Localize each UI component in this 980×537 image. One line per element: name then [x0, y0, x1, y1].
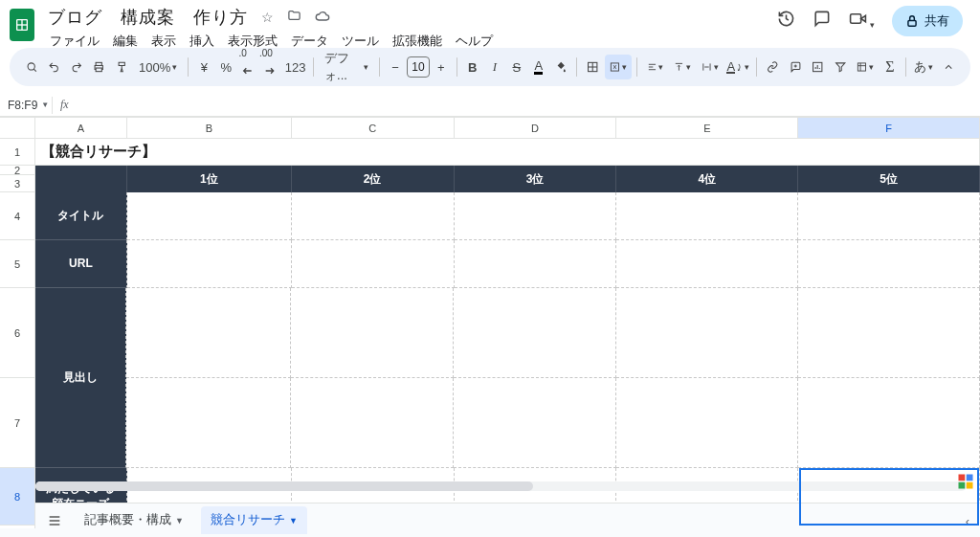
cell[interactable]	[35, 166, 127, 192]
meet-icon[interactable]: ▾	[848, 10, 875, 33]
cell[interactable]	[454, 288, 616, 378]
filter-button[interactable]	[830, 55, 851, 79]
rank-header[interactable]: 5位	[798, 166, 980, 192]
font-size-increase[interactable]: +	[431, 55, 452, 79]
font-family-select[interactable]: デフォ...▾	[319, 55, 374, 79]
menu-tools[interactable]: ツール	[336, 31, 385, 52]
formula-bar[interactable]	[77, 94, 980, 116]
font-size-input[interactable]: 10	[407, 56, 430, 78]
tab-scroll-left-icon[interactable]: ‹	[959, 512, 976, 529]
wrap-button[interactable]: ▾	[697, 55, 724, 79]
font-size-decrease[interactable]: −	[385, 55, 406, 79]
all-sheets-button[interactable]	[42, 508, 67, 533]
fill-color-button[interactable]	[550, 55, 571, 79]
rank-header[interactable]: 4位	[616, 166, 798, 192]
cell[interactable]	[798, 240, 980, 288]
cell[interactable]	[616, 288, 798, 378]
menu-extensions[interactable]: 拡張機能	[387, 31, 448, 52]
history-icon[interactable]	[777, 10, 795, 33]
col-header-F[interactable]: F	[798, 118, 980, 138]
rank-header[interactable]: 1位	[127, 166, 292, 192]
functions-button[interactable]: Σ	[880, 55, 901, 79]
menu-view[interactable]: 表示	[145, 31, 182, 52]
currency-button[interactable]: ¥	[193, 55, 214, 79]
menu-help[interactable]: ヘルプ	[450, 31, 499, 52]
menu-file[interactable]: ファイル	[44, 31, 105, 52]
row-header[interactable]: 1	[0, 139, 34, 166]
cloud-status-icon[interactable]	[311, 7, 334, 29]
row-header[interactable]: 2	[0, 166, 34, 175]
v-align-button[interactable]: ▾	[669, 55, 696, 79]
insert-chart-button[interactable]	[807, 55, 828, 79]
sheets-app-icon[interactable]	[10, 9, 34, 41]
cell[interactable]	[798, 192, 980, 240]
cell[interactable]	[798, 378, 980, 468]
col-header-A[interactable]: A	[35, 118, 127, 138]
row-header[interactable]: 3	[0, 175, 34, 192]
side-label[interactable]: タイトル	[35, 192, 127, 240]
paint-format-icon[interactable]	[111, 55, 132, 79]
section-title-cell[interactable]: 【競合リサーチ】	[35, 139, 980, 166]
row-header[interactable]: 8	[0, 468, 34, 526]
col-header-E[interactable]: E	[616, 118, 798, 138]
print-icon[interactable]	[88, 55, 109, 79]
cell[interactable]	[291, 288, 454, 378]
decrease-decimal-button[interactable]: .0	[237, 55, 258, 79]
cell[interactable]	[616, 240, 798, 288]
number-format-button[interactable]: 123	[282, 55, 308, 79]
filter-views-button[interactable]: ▾	[852, 55, 879, 79]
cell[interactable]	[616, 378, 798, 468]
rotate-button[interactable]: A⤸▾	[724, 55, 751, 79]
col-header-B[interactable]: B	[127, 118, 292, 138]
bold-button[interactable]: B	[462, 55, 483, 79]
sheet-tab-active[interactable]: 競合リサーチ▼	[201, 506, 307, 534]
row-header[interactable]: 5	[0, 240, 34, 288]
cell[interactable]	[616, 192, 798, 240]
menu-edit[interactable]: 編集	[107, 31, 144, 52]
undo-icon[interactable]	[43, 55, 64, 79]
search-menu-icon[interactable]	[21, 55, 42, 79]
rank-header[interactable]: 2位	[292, 166, 455, 192]
h-align-button[interactable]: ▾	[642, 55, 669, 79]
merge-cells-button[interactable]: ▾	[605, 55, 632, 79]
horizontal-scrollbar[interactable]	[35, 481, 967, 493]
cell[interactable]	[127, 240, 292, 288]
cell[interactable]	[127, 192, 292, 240]
strikethrough-button[interactable]: S	[506, 55, 527, 79]
menu-data[interactable]: データ	[285, 31, 334, 52]
input-tools-button[interactable]: あ▾	[911, 55, 936, 79]
row-header[interactable]: 7	[0, 378, 34, 468]
spreadsheet-grid[interactable]: A B C D E F 1 2 3 4 5 6 7 8 【競合リサーチ】 1位 …	[0, 117, 980, 528]
sheet-tab[interactable]: 記事概要・構成▼	[75, 506, 193, 534]
cell[interactable]	[454, 378, 616, 468]
star-icon[interactable]: ☆	[257, 8, 278, 27]
cell[interactable]	[455, 240, 617, 288]
zoom-select[interactable]: 100%▾	[133, 55, 183, 79]
name-box[interactable]: F8:F9▼	[0, 99, 52, 112]
link-button[interactable]	[762, 55, 783, 79]
move-icon[interactable]	[283, 7, 305, 28]
cell[interactable]	[126, 378, 291, 468]
share-button[interactable]: 共有	[892, 6, 963, 36]
redo-icon[interactable]	[66, 55, 87, 79]
borders-button[interactable]	[582, 55, 603, 79]
italic-button[interactable]: I	[484, 55, 505, 79]
increase-decimal-button[interactable]: .00	[260, 55, 281, 79]
document-title[interactable]: ブログ 構成案 作り方	[44, 6, 252, 29]
text-color-button[interactable]: A	[528, 55, 549, 79]
col-header-D[interactable]: D	[455, 118, 617, 138]
cell[interactable]	[292, 240, 455, 288]
select-all-corner[interactable]	[0, 118, 35, 138]
insert-comment-button[interactable]	[785, 55, 806, 79]
cell[interactable]	[798, 288, 980, 378]
row-header[interactable]: 6	[0, 288, 34, 378]
col-header-C[interactable]: C	[292, 118, 455, 138]
explore-icon[interactable]	[957, 473, 974, 490]
comments-icon[interactable]	[813, 10, 831, 33]
side-label[interactable]: URL	[35, 240, 127, 288]
row-header[interactable]: 4	[0, 192, 34, 240]
cell[interactable]	[126, 288, 291, 378]
collapse-toolbar-icon[interactable]	[938, 55, 959, 79]
menu-format[interactable]: 表示形式	[222, 31, 283, 52]
menu-insert[interactable]: 挿入	[184, 31, 220, 52]
